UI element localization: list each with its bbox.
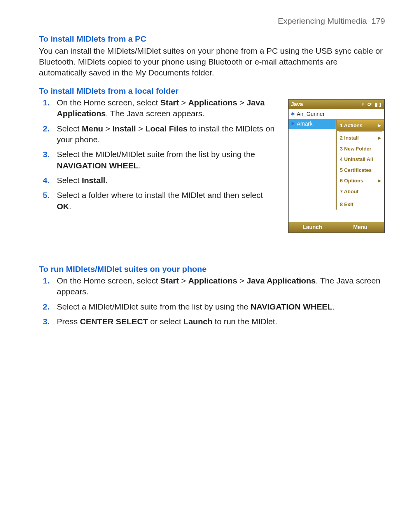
menu-item-label: 6 Options: [340, 177, 363, 184]
menu-item-new-folder[interactable]: 3 New Folder: [337, 143, 384, 154]
menu-item-label: 2 Install: [340, 135, 359, 142]
step-number: 2.: [43, 123, 50, 134]
menu-item-certificates[interactable]: 5 Certificates: [337, 165, 384, 176]
step-text: >: [237, 276, 247, 285]
step-number: 1.: [43, 275, 50, 286]
phone-titlebar: Java ♀ ⟳ ▮▯: [289, 100, 384, 109]
step-number: 3.: [43, 316, 50, 327]
step-text: to run the MIDlet.: [212, 317, 277, 326]
step-text: .: [69, 202, 72, 211]
submenu-arrow-icon: ▶: [378, 178, 381, 184]
step-bold: Start: [160, 276, 179, 285]
step-text: >: [179, 98, 188, 107]
menu-item-about[interactable]: 7 About: [337, 186, 384, 197]
phone-status-icons: ♀ ⟳ ▮▯: [361, 101, 382, 108]
list-item-label: Amark: [297, 120, 312, 128]
menu-item-exit[interactable]: 8 Exit: [337, 199, 384, 210]
heading-run-midlets: To run MIDlets/MIDlet suites on your pho…: [39, 264, 385, 275]
step-number: 1.: [43, 97, 50, 108]
step-text: . The Java screen appears.: [106, 109, 205, 118]
step-text: .: [332, 302, 335, 311]
step-text: >: [237, 98, 247, 107]
phone-content-area: 1 Actions ▶ 2 Install ▶ 3 New Folder 4 U…: [289, 129, 384, 222]
step-text: or select: [148, 317, 184, 326]
step-bold: CENTER SELECT: [80, 317, 148, 326]
list-item-label: Air_Gunner: [297, 110, 325, 118]
step-bold: NAVIGATION WHEEL: [57, 161, 138, 170]
step-bold: NAVIGATION WHEEL: [250, 302, 332, 311]
menu-item-options[interactable]: 6 Options ▶: [337, 175, 384, 186]
step-bold: Launch: [184, 317, 213, 326]
softkey-left-launch[interactable]: Launch: [289, 222, 336, 233]
popup-menu: 1 Actions ▶ 2 Install ▶ 3 New Folder 4 U…: [336, 120, 384, 210]
menu-separator: [339, 131, 382, 132]
page-header: Experiencing Multimedia 179: [39, 16, 385, 26]
step-text: >: [179, 276, 188, 285]
step-text: Select a folder where to install the MID…: [57, 191, 263, 199]
step-bold: Start: [160, 98, 179, 107]
heading-install-local-folder: To install MIDlets from a local folder: [39, 86, 385, 96]
menu-item-install[interactable]: 2 Install ▶: [337, 133, 384, 143]
heading-install-from-pc: To install MIDlets from a PC: [39, 33, 385, 44]
phone-title: Java: [291, 101, 303, 108]
step-text: On the Home screen, select: [57, 98, 160, 107]
menu-item-label: 5 Certificates: [340, 167, 372, 174]
step-text: >: [136, 124, 145, 133]
menu-item-label: 4 Uninstall All: [340, 156, 373, 163]
menu-item-label: 3 New Folder: [340, 145, 371, 152]
paragraph-install-from-pc: You can install the MIDlets/MIDlet suite…: [39, 45, 385, 79]
step-bold: Install: [112, 124, 136, 133]
step-text: >: [103, 124, 112, 133]
step-number: 4.: [43, 175, 50, 186]
step-text: Select: [57, 176, 82, 185]
step-text: On the Home screen, select: [57, 276, 160, 285]
menu-item-label: 1 Actions: [340, 122, 362, 129]
section-title: Experiencing Multimedia: [278, 16, 367, 25]
step-number: 2.: [43, 301, 50, 312]
step-text: .: [138, 161, 141, 170]
softkey-bar: Launch Menu: [289, 222, 384, 233]
step-text: Select a MIDlet/MIDlet suite from the li…: [57, 302, 250, 311]
step-number: 5.: [43, 190, 50, 201]
menu-item-actions[interactable]: 1 Actions ▶: [337, 120, 384, 131]
step-bold: OK: [57, 202, 69, 211]
list-item[interactable]: Air_Gunner: [289, 109, 384, 119]
step-bold: Applications: [188, 276, 237, 285]
step-number: 3.: [43, 149, 50, 160]
steps-run-midlets: 1. On the Home screen, select Start > Ap…: [39, 275, 385, 327]
step-text: .: [105, 176, 108, 185]
softkey-right-menu[interactable]: Menu: [336, 222, 384, 233]
step-bold: Menu: [82, 124, 103, 133]
step-bold: Java Applications: [247, 276, 316, 285]
submenu-arrow-icon: ▶: [378, 135, 381, 141]
phone-screenshot: Java ♀ ⟳ ▮▯ Air_Gunner Amark 1 Actions ▶…: [288, 99, 385, 233]
step-text: Select: [57, 124, 82, 133]
submenu-arrow-icon: ▶: [378, 123, 381, 128]
menu-separator: [339, 198, 382, 198]
page-number: 179: [371, 16, 385, 25]
menu-item-uninstall-all[interactable]: 4 Uninstall All: [337, 154, 384, 165]
step-text: Select the MIDlet/MIDlet suite from the …: [57, 150, 255, 159]
step-bold: Install: [82, 176, 105, 185]
step-bold: Local Files: [145, 124, 188, 133]
menu-item-label: 8 Exit: [340, 201, 354, 208]
menu-item-label: 7 About: [340, 188, 359, 195]
steps-install-local: 1. On the Home screen, select Start > Ap…: [39, 97, 276, 212]
step-text: Press: [57, 317, 80, 326]
step-bold: Applications: [188, 98, 237, 107]
